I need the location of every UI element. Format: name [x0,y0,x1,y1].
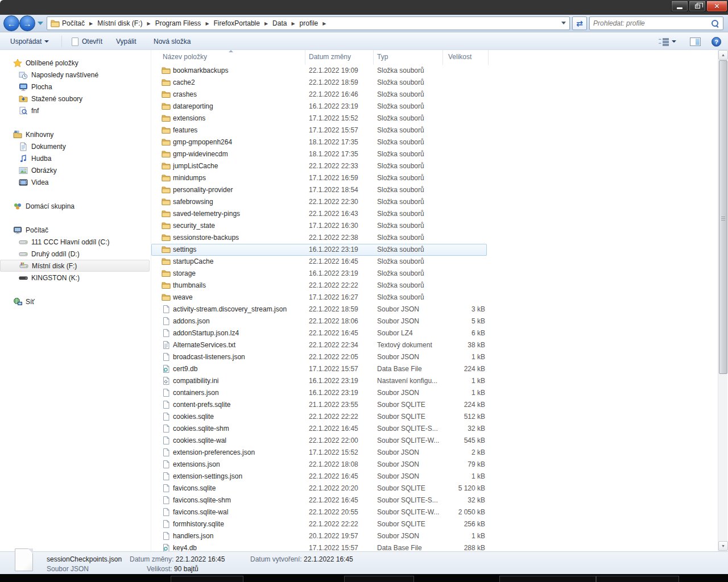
sidebar-group-Síť[interactable]: Síť [0,296,150,307]
breadcrumb-separator-icon[interactable]: ▶ [260,21,272,26]
file-row-crashes[interactable]: crashes 22.1.2022 16:46 Složka souborů [151,89,718,101]
file-row-weave[interactable]: weave 17.1.2022 16:27 Složka souborů [151,292,718,304]
file-row-cache2[interactable]: cache2 22.1.2022 18:59 Složka souborů [151,77,718,89]
file-row-content-prefs.sqlite[interactable]: content-prefs.sqlite 21.1.2022 23:55 Sou… [151,399,718,411]
taskbar-button[interactable] [499,576,596,582]
file-row-settings[interactable]: settings 16.1.2022 23:19 Složka souborů [151,244,487,256]
taskbar-button[interactable] [171,576,243,582]
organize-button[interactable]: Uspořádat [6,35,53,48]
file-row-addons.json[interactable]: addons.json 22.1.2022 18:06 Soubor JSON … [151,315,718,327]
breadcrumb-separator-icon[interactable]: ▶ [201,21,213,26]
sidebar-item-Místní disk (F:)[interactable]: Místní disk (F:) [0,260,150,272]
column-divider[interactable] [373,50,374,65]
sidebar-group-Knihovny[interactable]: Knihovny [0,128,150,140]
file-row-favicons.sqlite-shm[interactable]: favicons.sqlite-shm 22.1.2022 16:45 Soub… [151,494,718,506]
sidebar-group-Oblíbené položky[interactable]: Oblíbené položky [0,57,150,69]
file-row-sessionstore-backups[interactable]: sessionstore-backups 22.1.2022 22:38 Slo… [151,232,718,244]
taskbar-button[interactable] [344,576,414,582]
sidebar-item-KINGSTON (K:)[interactable]: KINGSTON (K:) [0,272,150,284]
column-header-name[interactable]: Název položky [163,53,207,61]
vertical-scrollbar[interactable]: ▲ ▼ [718,50,727,551]
file-row-thumbnails[interactable]: thumbnails 22.1.2022 22:22 Složka soubor… [151,280,718,292]
column-divider[interactable] [442,50,443,65]
address-dropdown-icon[interactable] [561,22,566,24]
back-button[interactable]: ← [3,15,19,31]
file-row-favicons.sqlite[interactable]: favicons.sqlite 22.1.2022 20:20 Soubor S… [151,483,718,494]
sidebar-item-Hudba[interactable]: Hudba [0,152,150,164]
file-row-startupCache[interactable]: startupCache 22.1.2022 16:45 Složka soub… [151,256,718,268]
breadcrumb-item[interactable]: FirefoxPortable [214,19,260,27]
file-row-gmp-gmpopenh264[interactable]: gmp-gmpopenh264 18.1.2022 17:35 Složka s… [151,136,718,148]
maximize-button[interactable] [689,1,706,12]
file-row-cookies.sqlite-shm[interactable]: cookies.sqlite-shm 22.1.2022 16:45 Soubo… [151,423,718,435]
refresh-button[interactable]: ⇄ [572,16,587,30]
file-row-storage[interactable]: storage 16.1.2022 23:19 Složka souborů [151,268,718,280]
file-row-gmp-widevinecdm[interactable]: gmp-widevinecdm 18.1.2022 17:35 Složka s… [151,148,718,160]
sidebar-item-fnf[interactable]: fnf [0,105,150,117]
file-row-containers.json[interactable]: containers.json 16.1.2022 23:19 Soubor J… [151,387,718,399]
breadcrumb-item[interactable]: Program Filess [155,19,201,27]
breadcrumb-separator-icon[interactable]: ▶ [143,21,155,26]
sidebar-item-Plocha[interactable]: Plocha [0,81,150,93]
open-button[interactable]: Otevřít [67,35,107,48]
file-row-extensions[interactable]: extensions 17.1.2022 15:52 Složka soubor… [151,113,718,124]
file-row-cert9.db[interactable]: cert9.db 17.1.2022 15:57 Data Base File … [151,363,718,375]
preview-pane-button[interactable] [685,35,705,48]
column-header-date[interactable]: Datum změny [309,53,351,61]
sidebar-item-Obrázky[interactable]: Obrázky [0,164,150,176]
file-row-minidumps[interactable]: minidumps 17.1.2022 16:59 Složka souborů [151,172,718,184]
recent-pages-dropdown-icon[interactable] [38,22,43,25]
minimize-button[interactable] [671,1,688,12]
breadcrumb-separator-icon[interactable]: ▶ [287,21,299,26]
search-icon[interactable] [710,19,719,28]
file-row-features[interactable]: features 17.1.2022 15:57 Složka souborů [151,124,718,136]
file-row-extensions.json[interactable]: extensions.json 22.1.2022 18:08 Soubor J… [151,459,718,471]
column-divider[interactable] [488,50,489,65]
file-row-bookmarkbackups[interactable]: bookmarkbackups 22.1.2022 19:09 Složka s… [151,65,718,77]
file-row-addonStartup.json.lz4[interactable]: addonStartup.json.lz4 22.1.2022 16:45 So… [151,327,718,339]
sidebar-item-Stažené soubory[interactable]: Stažené soubory [0,93,150,105]
file-row-broadcast-listeners.json[interactable]: broadcast-listeners.json 22.1.2022 22:05… [151,351,718,363]
sidebar-group-Domácí skupina[interactable]: Domácí skupina [0,200,150,212]
file-row-jumpListCache[interactable]: jumpListCache 22.1.2022 22:33 Složka sou… [151,160,718,172]
file-row-personality-provider[interactable]: personality-provider 17.1.2022 18:54 Slo… [151,184,718,196]
burn-button[interactable]: Vypálit [111,35,141,48]
file-row-extension-settings.json[interactable]: extension-settings.json 22.1.2022 16:45 … [151,471,718,483]
search-box[interactable] [589,16,723,30]
file-row-safebrowsing[interactable]: safebrowsing 22.1.2022 22:30 Složka soub… [151,196,718,208]
sidebar-item-Naposledy navštívené[interactable]: Naposledy navštívené [0,69,150,81]
file-row-key4.db[interactable]: key4.db 17.1.2022 15:57 Data Base File 2… [151,542,718,551]
file-row-datareporting[interactable]: datareporting 16.1.2022 23:19 Složka sou… [151,101,718,113]
sidebar-item-Druhý oddíl (D:)[interactable]: Druhý oddíl (D:) [0,248,150,260]
file-row-saved-telemetry-pings[interactable]: saved-telemetry-pings 22.1.2022 16:43 Sl… [151,208,718,220]
breadcrumb-separator-icon[interactable]: ▶ [318,21,330,26]
breadcrumb-item[interactable]: Data [272,19,287,27]
breadcrumb-item[interactable]: Místní disk (F:) [97,19,142,27]
sidebar-group-Počítač[interactable]: Počítač [0,224,150,236]
file-row-cookies.sqlite-wal[interactable]: cookies.sqlite-wal 22.1.2022 22:00 Soubo… [151,435,718,447]
column-divider[interactable] [305,50,305,65]
sidebar-item-Dokumenty[interactable]: Dokumenty [0,140,150,152]
close-button[interactable]: ✕ [706,1,727,12]
new-folder-button[interactable]: Nová složka [149,35,195,48]
file-row-formhistory.sqlite[interactable]: formhistory.sqlite 22.1.2022 22:22 Soubo… [151,518,718,530]
file-row-extension-preferences.json[interactable]: extension-preferences.json 17.1.2022 15:… [151,447,718,459]
file-row-compatibility.ini[interactable]: compatibility.ini 16.1.2022 23:19 Nastav… [151,375,718,387]
help-button[interactable]: ? [707,35,726,48]
address-bar[interactable]: Počítač▶Místní disk (F:)▶Program Filess▶… [47,16,570,30]
file-row-favicons.sqlite-wal[interactable]: favicons.sqlite-wal 22.1.2022 20:55 Soub… [151,506,718,518]
search-input[interactable] [590,19,710,27]
file-row-security_state[interactable]: security_state 17.1.2022 16:30 Složka so… [151,220,718,232]
scroll-down-button[interactable]: ▼ [718,541,728,551]
change-view-button[interactable] [654,35,681,48]
column-header-size[interactable]: Velikost [448,53,471,61]
breadcrumb-separator-icon[interactable]: ▶ [85,21,97,26]
file-row-cookies.sqlite[interactable]: cookies.sqlite 22.1.2022 22:22 Soubor SQ… [151,411,718,423]
sidebar-item-111 CCC Hlavní oddíl (C:)[interactable]: 111 CCC Hlavní oddíl (C:) [0,236,150,248]
file-row-activity-stream.discovery_stream.json[interactable]: activity-stream.discovery_stream.json 22… [151,304,718,315]
file-row-AlternateServices.txt[interactable]: AlternateServices.txt 22.1.2022 22:34 Te… [151,339,718,351]
breadcrumb-item[interactable]: Počítač [62,19,85,27]
scrollbar-thumb[interactable] [719,60,727,374]
scroll-up-button[interactable]: ▲ [718,50,728,60]
taskbar-button[interactable] [596,576,679,582]
